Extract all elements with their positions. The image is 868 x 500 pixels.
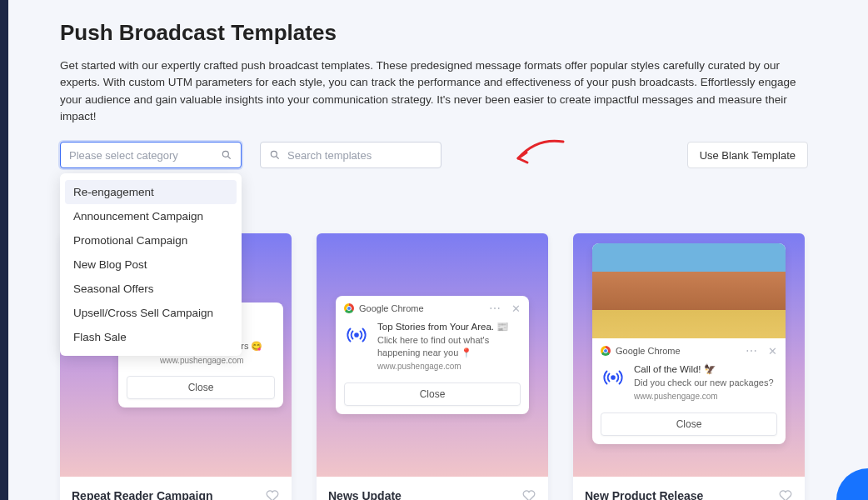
close-icon[interactable]: ✕ — [511, 302, 521, 315]
notif-site: www.pushengage.com — [377, 361, 521, 372]
category-input[interactable] — [69, 149, 221, 162]
svg-point-5 — [611, 376, 615, 379]
card-preview: Google Chrome ⋯ ✕ — [573, 233, 805, 477]
notification-preview: Google Chrome ⋯ ✕ — [592, 243, 786, 444]
category-option-announcement[interactable]: Announcement Campaign — [65, 204, 237, 228]
notif-title: Top Stories from Your Area. 📰 — [377, 321, 521, 334]
category-option-flash[interactable]: Flash Sale — [65, 325, 237, 349]
notif-close-button[interactable]: Close — [601, 412, 777, 436]
use-blank-template-button[interactable]: Use Blank Template — [687, 142, 808, 168]
more-icon: ⋯ — [746, 344, 758, 358]
svg-line-1 — [228, 157, 231, 159]
more-icon: ⋯ — [489, 302, 501, 315]
search-icon — [221, 149, 232, 161]
card-title: New Product Release — [585, 489, 703, 500]
notification-preview: Google Chrome ⋯ ✕ — [336, 296, 529, 414]
annotation-arrow — [511, 133, 570, 175]
search-icon — [269, 149, 281, 161]
controls-row: Re-engagement Announcement Campaign Prom… — [60, 142, 808, 168]
favorite-icon[interactable] — [778, 488, 793, 500]
notif-browser: Google Chrome — [359, 303, 484, 313]
svg-point-2 — [271, 151, 277, 157]
card-title: News Update — [328, 489, 402, 500]
card-preview: Google Chrome ⋯ ✕ — [317, 233, 548, 477]
page-title: Push Broadcast Templates — [60, 20, 808, 46]
notif-close-button[interactable]: Close — [127, 376, 275, 399]
notif-sub: Did you check our new packages? — [634, 377, 774, 389]
category-option-seasonal[interactable]: Seasonal Offers — [65, 277, 237, 301]
card-title: Repeat Reader Campaign — [72, 489, 213, 500]
category-option-blog[interactable]: New Blog Post — [65, 252, 237, 277]
category-option-reengagement[interactable]: Re-engagement — [65, 180, 237, 204]
broadcast-icon — [601, 365, 626, 390]
search-input[interactable] — [287, 149, 432, 162]
notif-close-button[interactable]: Close — [344, 382, 521, 406]
notif-image — [592, 243, 786, 338]
notif-sub: Click here to find out what's happening … — [377, 334, 521, 359]
favorite-icon[interactable] — [265, 488, 280, 500]
notif-title: Call of the Wild! 🦅 — [634, 363, 774, 377]
category-select[interactable] — [60, 142, 242, 168]
favorite-icon[interactable] — [521, 488, 536, 500]
template-card-news-update[interactable]: Google Chrome ⋯ ✕ — [317, 233, 548, 500]
svg-point-0 — [222, 151, 228, 157]
notif-site: www.pushengage.com — [634, 391, 774, 402]
category-option-promotional[interactable]: Promotional Campaign — [65, 228, 237, 252]
chrome-icon — [344, 303, 354, 313]
notif-browser: Google Chrome — [616, 346, 741, 356]
app-sidebar-edge — [0, 0, 8, 500]
chrome-icon — [601, 346, 611, 356]
template-card-new-product[interactable]: Google Chrome ⋯ ✕ — [573, 233, 805, 500]
category-option-upsell[interactable]: Upsell/Cross Sell Campaign — [65, 301, 237, 325]
notif-site: www.pushengage.com — [160, 355, 262, 367]
search-templates[interactable] — [260, 142, 441, 168]
broadcast-icon — [344, 322, 369, 348]
page-description: Get started with our expertly crafted pu… — [60, 58, 808, 125]
svg-point-4 — [355, 333, 358, 337]
close-icon[interactable]: ✕ — [768, 345, 777, 358]
category-dropdown: Re-engagement Announcement Campaign Prom… — [60, 173, 242, 356]
svg-line-3 — [277, 157, 279, 159]
